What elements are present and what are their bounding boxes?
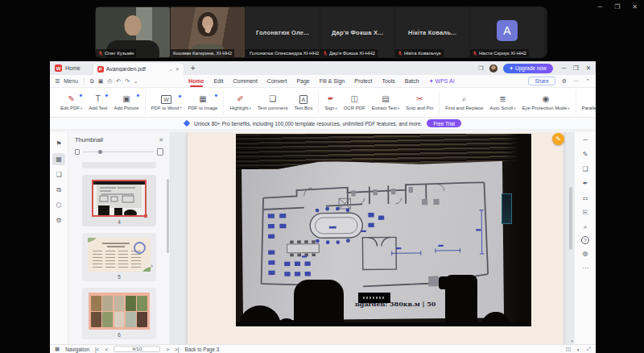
tab-batch[interactable]: Batch [405, 75, 419, 87]
auto-scroll-button[interactable]: ≣ Auto Scroll▾ [486, 94, 518, 110]
bookmark-icon[interactable]: ⚑ [52, 138, 65, 150]
page-background-icon[interactable]: ◐ [577, 347, 580, 352]
tab-edit[interactable]: Edit [213, 75, 223, 87]
page-number: 5 [82, 274, 156, 280]
participant-tile[interactable]: Дар'я Фокша Х... Дар'я Фокша ХІ-НН2 [320, 7, 394, 57]
more-icon[interactable]: ⋯ [573, 78, 579, 85]
participant-tile-active-speaker[interactable]: Кошман Катерина, ХІ-НН2 [171, 7, 245, 57]
add-picture-button[interactable]: ▣ Add Picture [111, 94, 142, 110]
participant-tile[interactable]: A Настя Скриук ХІ-НН2 [470, 7, 544, 57]
adjust-icon[interactable]: ⚏ [580, 193, 592, 203]
home-tab[interactable]: Home [65, 65, 80, 71]
prev-page-button[interactable]: < [105, 347, 108, 352]
share-button[interactable]: Share [528, 77, 555, 85]
close-icon[interactable]: ✕ [159, 137, 163, 143]
document-scrollbar[interactable] [569, 187, 572, 250]
tab-comment[interactable]: Comment [233, 75, 258, 87]
thumbnail-page-6[interactable]: 6 [82, 288, 156, 339]
close-icon[interactable]: ✕ [632, 3, 638, 10]
read-mode-icon[interactable]: ◫ [566, 346, 571, 352]
collapse-handle-icon[interactable]: ─ [580, 135, 592, 145]
minimize-icon[interactable]: ─ [597, 3, 602, 10]
chevron-down-icon[interactable]: ⌄ [134, 78, 138, 85]
page-indicator[interactable]: 4/10 [114, 346, 160, 352]
collapse-ribbon-icon[interactable]: ⌃ [585, 78, 590, 85]
next-page-button[interactable]: > [166, 347, 169, 352]
tab-protect[interactable]: Protect [354, 75, 372, 87]
eye-protection-mode-button[interactable]: ◉ Eye Protection Mode▾ [519, 94, 573, 110]
more-icon[interactable]: ⋯ [580, 263, 592, 273]
tab-close-icon[interactable]: ✕ [175, 66, 180, 72]
ocr-pdf-button[interactable]: ◫ OCR PDF [341, 94, 369, 110]
settings-icon[interactable]: ⚙ [52, 214, 65, 226]
menu-button[interactable]: Menu [64, 78, 78, 84]
participant-tile[interactable]: Нікіта Коваль... Нікіта Ковальчук [395, 7, 469, 57]
participant-tile[interactable]: Олег Кузьмін [96, 7, 170, 57]
close-icon[interactable]: ✕ [586, 64, 591, 72]
thumbnail-page-3-partial[interactable] [82, 162, 156, 168]
snip-and-pin-button[interactable]: ✂ Snip and Pin [402, 94, 436, 110]
highlight-button[interactable]: ✐ Highlight▾ [226, 94, 254, 110]
signature-icon[interactable]: ✒ [580, 178, 592, 189]
attachment-icon[interactable]: ⧉ [52, 184, 65, 196]
scroll-down-arrow[interactable]: ▾ [571, 338, 573, 343]
feedback-icon[interactable]: ◍ [580, 248, 592, 259]
back-to-page-link[interactable]: Back to Page 3 [184, 347, 219, 352]
text-comment-button[interactable]: ❏ Text comment [254, 94, 291, 110]
find-and-replace-button[interactable]: ⌕ Find and Replace [442, 94, 486, 110]
fullscreen-icon[interactable]: ⤢ [587, 346, 591, 352]
help-icon[interactable]: ? [581, 236, 589, 244]
gear-icon[interactable]: ⚙ [562, 78, 567, 85]
pdf-to-word-button[interactable]: W PDF to Word▾ [148, 95, 185, 110]
thumbnail-size-slider[interactable] [75, 148, 163, 156]
tab-page[interactable]: Page [296, 75, 309, 87]
save-icon[interactable]: ▣ [98, 78, 104, 85]
comment-panel-icon[interactable]: ❏ [52, 168, 65, 181]
window-layout-icon[interactable]: ❐ [478, 65, 483, 72]
participant-tile[interactable]: Голонатюк Оле... Голонатюк Олександра ХІ… [246, 7, 320, 57]
add-text-button[interactable]: T Add Text [85, 94, 110, 110]
quick-edit-fab[interactable]: ✎ [552, 133, 564, 145]
extract-text-button[interactable]: ▤ Extract Text▾ [369, 94, 403, 110]
annotate-icon[interactable]: ❏ [580, 164, 592, 174]
minimize-icon[interactable]: ─ [562, 64, 566, 72]
edit-icon[interactable]: ✎ [580, 149, 592, 160]
user-avatar[interactable] [489, 64, 497, 73]
slider-track[interactable] [83, 152, 154, 152]
thumbnail-page-5[interactable]: › 5 [82, 233, 156, 281]
restore-icon[interactable]: ❐ [573, 64, 579, 72]
last-page-button[interactable]: >| [175, 347, 179, 352]
pdf-to-image-button[interactable]: ▦ PDF to Image [184, 94, 221, 110]
restore-icon[interactable]: ❐ [614, 3, 620, 10]
undo-icon[interactable]: ↶ [116, 78, 121, 85]
open-file-icon[interactable]: ⧉ [90, 78, 94, 85]
thumbnail-page-4[interactable]: 4 [82, 175, 156, 226]
first-page-button[interactable]: |< [95, 347, 99, 352]
tab-convert[interactable]: Convert [267, 75, 287, 87]
search-icon[interactable]: ⌕ [580, 222, 592, 232]
panel-scrollbar[interactable] [167, 179, 169, 253]
wps-logo[interactable]: W [55, 64, 62, 72]
stamp-icon[interactable]: ⬡ [52, 199, 65, 211]
tab-menu-icon[interactable]: ⌄ [169, 66, 173, 72]
edit-pdf-button[interactable]: ✎ Edit PDF▾ [57, 94, 85, 110]
text-box-button[interactable]: A Text Box [291, 95, 316, 110]
document-tab[interactable]: P Avangarden.pdf ⌄ ✕ [93, 63, 184, 75]
free-trial-button[interactable]: Free Trial [427, 119, 461, 127]
navigation-grid-icon[interactable]: ▦ [55, 346, 60, 352]
thumbnail-panel-icon[interactable]: ▦ [52, 153, 65, 165]
tab-home[interactable]: Home [188, 75, 204, 87]
clipboard-icon[interactable]: ⎘ [580, 207, 592, 218]
print-icon[interactable]: ⎙ [107, 78, 112, 85]
hamburger-icon[interactable]: ☰ [55, 78, 60, 85]
sign-button[interactable]: ✒ Sign▾ [321, 94, 340, 110]
tab-tools[interactable]: Tools [382, 75, 394, 87]
navigation-label[interactable]: Navigation [65, 347, 89, 352]
parallel-translate-button[interactable]: ◨ Parallel Translate [579, 94, 596, 110]
tab-fill-sign[interactable]: Fill & Sign [320, 75, 345, 87]
slider-knob[interactable] [98, 150, 102, 154]
redo-icon[interactable]: ↷ [125, 78, 130, 85]
upgrade-button[interactable]: ✦ Upgrade now [503, 64, 553, 73]
new-tab-button[interactable]: + [191, 64, 196, 73]
tab-wps-ai[interactable]: ✦ WPS AI [429, 78, 455, 85]
